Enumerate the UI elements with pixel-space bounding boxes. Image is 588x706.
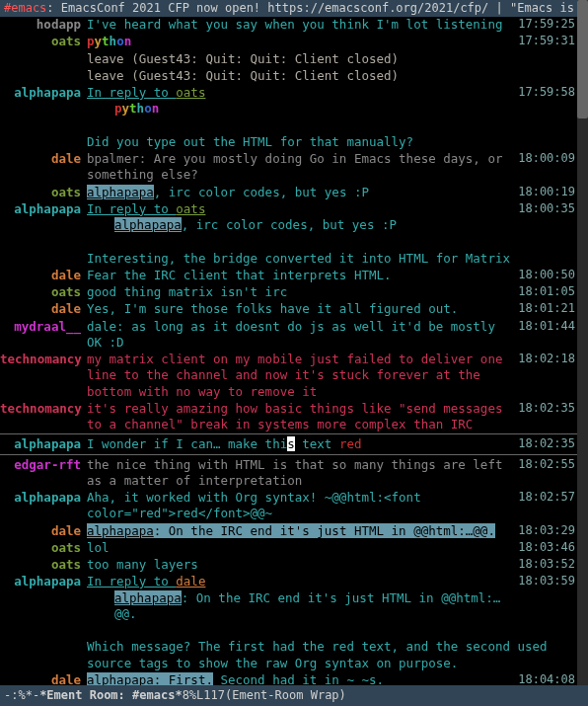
nick: edgar-rft [0, 457, 87, 473]
message-row: leave (Guest43: Quit: Quit: Client close… [0, 51, 577, 68]
topic-text: : EmacsConf 2021 CFP now open! https://e… [46, 1, 588, 15]
message-body: bpalmer: Are you mostly doing Go in Emac… [87, 151, 512, 184]
nick: hodapp [0, 17, 87, 33]
message-body: too many layers [87, 557, 512, 573]
message-row: oatslol18:03:46 [0, 540, 577, 557]
message-row: dalealphapapa: First. Second had it in ~… [0, 672, 577, 685]
timestamp: 18:02:35 [512, 436, 575, 452]
message-body: good thing matrix isn't irc [87, 284, 512, 300]
reply-header[interactable]: In reply to dale [87, 574, 205, 589]
nick: oats [0, 185, 87, 200]
timestamp: 18:02:55 [512, 457, 575, 473]
timestamp: 18:03:59 [512, 574, 575, 589]
message-row: technomancymy matrix client on my mobile… [0, 352, 577, 401]
message-row: alphapapaIn reply to oatspython17:59:58 [0, 85, 577, 118]
message-row: Which message? The first had the red tex… [0, 623, 577, 672]
scrollbar[interactable] [577, 0, 588, 685]
timestamp: 18:03:52 [512, 557, 575, 573]
nick: oats [0, 284, 87, 300]
timestamp: 18:01:05 [512, 284, 575, 300]
timestamp: 18:04:08 [512, 672, 575, 685]
message-body: Which message? The first had the red tex… [87, 623, 569, 671]
nick: dale [0, 672, 87, 685]
modeline-mode: (Ement-Room Wrap) [225, 688, 346, 704]
message-body: python [87, 34, 512, 49]
modeline-status: -:%*- [4, 688, 39, 704]
message-row: alphapapaI wonder if I can… make this te… [0, 433, 577, 453]
nick: dale [0, 523, 87, 539]
timestamp: 17:59:31 [512, 34, 575, 49]
timestamp: 18:00:19 [512, 185, 575, 200]
timestamp: 18:02:18 [512, 352, 575, 367]
timestamp: 18:01:21 [512, 301, 575, 317]
message-row: Did you type out the HTML for that manua… [0, 118, 577, 152]
message-row: mydraal__dale: as long as it doesnt do j… [0, 319, 577, 353]
message-body: leave (Guest43: Quit: Quit: Client close… [87, 68, 569, 84]
nick: alphapapa [0, 85, 87, 101]
nick: dale [0, 268, 87, 283]
timestamp: 17:59:25 [512, 17, 575, 33]
scrollbar-thumb[interactable] [577, 0, 588, 118]
message-row: daleFear the IRC client that interprets … [0, 268, 577, 284]
nick: alphapapa [0, 201, 87, 217]
message-list[interactable]: hodappI've heard what you say when you t… [0, 17, 577, 685]
timestamp: 18:02:35 [512, 401, 575, 417]
message-row: leave (Guest43: Quit: Quit: Client close… [0, 68, 577, 85]
message-body: In reply to dalealphapapa: On the IRC en… [87, 574, 512, 622]
nick: alphapapa [0, 436, 87, 452]
modeline-buffer: *Ement Room: #emacs* [39, 688, 183, 704]
message-row: dalebpalmer: Are you mostly doing Go in … [0, 151, 577, 185]
nick: dale [0, 301, 87, 317]
message-row: oatsalphapapa, irc color codes, but yes … [0, 185, 577, 201]
nick: oats [0, 34, 87, 49]
nick: dale [0, 151, 87, 167]
reply-header[interactable]: In reply to oats [87, 85, 205, 101]
message-body: alphapapa: On the IRC end it's just HTML… [87, 523, 512, 539]
message-body: In reply to oatsalphapapa, irc color cod… [87, 201, 512, 234]
message-body: my matrix client on my mobile just faile… [87, 352, 512, 400]
timestamp: 18:00:35 [512, 201, 575, 217]
message-body: leave (Guest43: Quit: Quit: Client close… [87, 51, 569, 67]
message-body: Yes, I'm sure those folks have it all fi… [87, 301, 512, 317]
message-body: Aha, it worked with Org syntax! ~@@html:… [87, 490, 512, 522]
timestamp: 17:59:58 [512, 85, 575, 101]
reply-header[interactable]: In reply to oats [87, 201, 205, 217]
message-row: oatstoo many layers18:03:52 [0, 557, 577, 574]
message-body: dale: as long as it doesnt do js as well… [87, 319, 512, 352]
message-row: alphapapaIn reply to oatsalphapapa, irc … [0, 201, 577, 235]
message-row: daleYes, I'm sure those folks have it al… [0, 301, 577, 318]
timestamp: 18:00:50 [512, 268, 575, 283]
timestamp: 18:03:46 [512, 540, 575, 556]
message-body: the nice thing with HTML is that so many… [87, 457, 512, 490]
channel-name: #emacs [4, 1, 46, 15]
message-body: I've heard what you say when you think I… [87, 17, 512, 33]
message-body: alphapapa, irc color codes, but yes :P [87, 185, 512, 200]
message-row: Interesting, the bridge converted it int… [0, 234, 577, 268]
message-row: alphapapaAha, it worked with Org syntax!… [0, 490, 577, 523]
modeline-percent: 8% [183, 688, 196, 704]
message-body: Interesting, the bridge converted it int… [87, 234, 569, 267]
timestamp: 18:01:44 [512, 319, 575, 335]
message-row: technomancyit's really amazing how basic… [0, 401, 577, 434]
nick: technomancy [0, 401, 87, 417]
nick: alphapapa [0, 490, 87, 506]
message-row: edgar-rftthe nice thing with HTML is tha… [0, 454, 577, 491]
nick: alphapapa [0, 574, 87, 589]
nick: technomancy [0, 352, 87, 367]
message-row: oatsgood thing matrix isn't irc18:01:05 [0, 284, 577, 301]
message-row: dalealphapapa: On the IRC end it's just … [0, 523, 577, 540]
timestamp: 18:03:29 [512, 523, 575, 539]
title-bar: #emacs: EmacsConf 2021 CFP now open! htt… [0, 0, 588, 17]
modeline-line: L117 [196, 688, 225, 704]
message-body: I wonder if I can… make this text red [87, 436, 512, 452]
message-body: it's really amazing how basic things lik… [87, 401, 512, 433]
message-row: alphapapaIn reply to dalealphapapa: On t… [0, 574, 577, 623]
message-row: hodappI've heard what you say when you t… [0, 17, 577, 34]
message-body: Fear the IRC client that interprets HTML… [87, 268, 512, 283]
message-body: alphapapa: First. Second had it in ~ ~s. [87, 672, 512, 685]
nick: mydraal__ [0, 319, 87, 335]
nick: oats [0, 557, 87, 573]
message-body: lol [87, 540, 512, 556]
timestamp: 18:02:57 [512, 490, 575, 506]
message-body: In reply to oatspython [87, 85, 512, 118]
